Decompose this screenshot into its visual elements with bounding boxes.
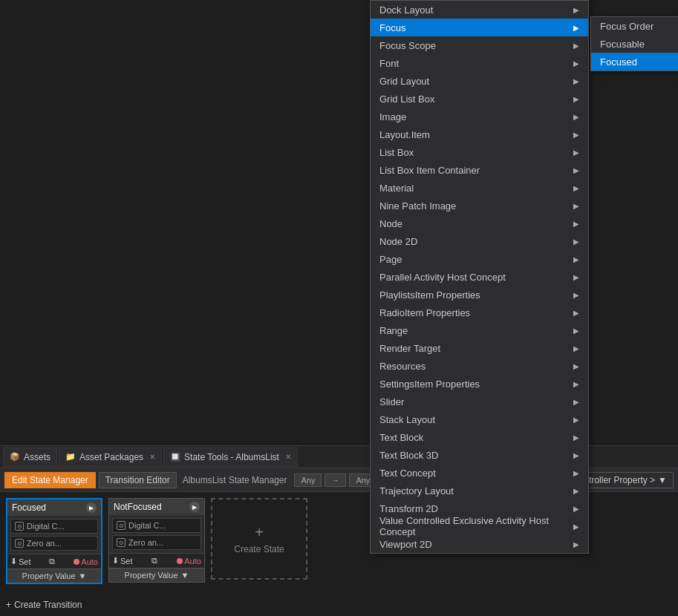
text-block-chevron: ▶ (573, 433, 579, 442)
menu-focus-scope[interactable]: Focus Scope ▶ (371, 36, 588, 54)
menu-font[interactable]: Font ▶ (371, 54, 588, 72)
menu-settings-item[interactable]: SettingsItem Properties ▶ (371, 375, 588, 393)
menu-slider[interactable]: Slider ▶ (371, 393, 588, 410)
close-state-tools-tab[interactable]: ✕ (285, 453, 291, 461)
transition-editor-button[interactable]: Transition Editor (99, 472, 177, 488)
any-from-label: Any (294, 474, 322, 487)
menu-dock-layout[interactable]: Dock Layout ▶ (371, 1, 588, 19)
focused-item-1-label: Digital C... (27, 522, 65, 531)
notfocused-extra-icon: ⧉ (151, 556, 157, 566)
notfocused-item-2-icon: ⊙ (117, 538, 126, 547)
notfocused-prop-value[interactable]: Property Value ▼ (109, 568, 204, 582)
submenu-focus-order[interactable]: Focus Order (591, 17, 678, 35)
notfocused-extra-button[interactable]: ⧉ (151, 556, 157, 566)
menu-node[interactable]: Node ▶ (371, 214, 588, 232)
state-manager-label: AlbumsList State Manager (183, 475, 287, 485)
focused-play-button[interactable]: ▶ (86, 502, 97, 513)
focus-scope-chevron: ▶ (573, 42, 579, 50)
notfocused-prop-value-label: Property Value (125, 571, 178, 580)
focused-item-2-icon: ⊙ (15, 539, 24, 548)
playlists-item-chevron: ▶ (573, 291, 579, 299)
tab-asset-packages[interactable]: 📁 Asset Packages ✕ (59, 448, 162, 467)
notfocused-set-button[interactable]: ⬇ Set (112, 556, 133, 566)
focused-state-card[interactable]: Focused ▶ ⊙ Digital C... ⊙ Zero an... ⬇ … (6, 498, 102, 584)
create-transition-plus: + (6, 600, 11, 610)
layout-item-chevron: ▶ (573, 131, 579, 139)
tab-state-tools[interactable]: 🔲 State Tools - AlbumsList ✕ (163, 448, 298, 467)
menu-image[interactable]: Image ▶ (371, 108, 588, 125)
menu-playlists-item[interactable]: PlaylistsItem Properties ▶ (371, 286, 588, 304)
menu-material[interactable]: Material ▶ (371, 179, 588, 197)
menu-text-concept[interactable]: Text Concept ▶ (371, 464, 588, 482)
menu-node-2d[interactable]: Node 2D ▶ (371, 232, 588, 250)
auto-dot (74, 559, 79, 565)
menu-nine-patch-image[interactable]: Nine Patch Image ▶ (371, 197, 588, 214)
arrow-symbol: → (325, 474, 346, 487)
create-state-box[interactable]: + Create State (211, 498, 307, 580)
menu-value-controlled[interactable]: Value Controlled Exclusive Activity Host… (371, 517, 588, 535)
tab-state-tools-label: State Tools - AlbumsList (184, 452, 279, 462)
packages-icon: 📁 (65, 452, 76, 462)
menu-stack-layout[interactable]: Stack Layout ▶ (371, 410, 588, 428)
menu-page[interactable]: Page ▶ (371, 250, 588, 268)
notfocused-play-button[interactable]: ▶ (189, 502, 200, 512)
menu-text-block[interactable]: Text Block ▶ (371, 428, 588, 446)
focused-prop-value-label: Property Value (22, 571, 76, 580)
focused-card-content: ⊙ Digital C... ⊙ Zero an... (7, 516, 101, 554)
edit-state-manager-button[interactable]: Edit State Manager (4, 472, 96, 488)
transition-editor-label: Transition Editor (105, 475, 170, 485)
menu-focus[interactable]: Focus ▶ (371, 19, 588, 36)
notfocused-auto-badge: Auto (177, 557, 201, 566)
list-box-item-container-chevron: ▶ (573, 166, 579, 174)
context-menu-main: Dock Layout ▶ Focus ▶ Focus Scope ▶ Font… (370, 0, 589, 554)
focused-label: Focused (600, 56, 637, 68)
menu-text-block-3d[interactable]: Text Block 3D ▶ (371, 446, 588, 464)
menu-trajectory-layout[interactable]: Trajectory Layout ▶ (371, 482, 588, 499)
create-transition-label: Create Transition (14, 600, 82, 610)
transform-2d-chevron: ▶ (573, 505, 579, 513)
submenu-focusable[interactable]: Focusable (591, 35, 678, 53)
menu-list-box-item-container[interactable]: List Box Item Container ▶ (371, 161, 588, 179)
menu-resources[interactable]: Resources ▶ (371, 357, 588, 375)
create-state-label: Create State (234, 544, 284, 554)
focused-prop-value[interactable]: Property Value ▼ (7, 569, 101, 583)
focused-extra-button[interactable]: ⧉ (49, 557, 55, 566)
stack-layout-chevron: ▶ (573, 416, 579, 424)
text-concept-chevron: ▶ (573, 469, 579, 477)
focused-set-button[interactable]: ⬇ Set (10, 557, 31, 566)
close-packages-tab[interactable]: ✕ (149, 453, 155, 461)
dock-layout-chevron: ▶ (573, 6, 579, 14)
create-transition-button[interactable]: + Create Transition (6, 600, 82, 610)
focus-submenu: Focus Order Focusable Focused (590, 16, 678, 71)
range-chevron: ▶ (573, 327, 579, 335)
focused-item-1-icon: ⊙ (15, 522, 24, 531)
submenu-focused[interactable]: Focused (591, 53, 678, 71)
notfocused-item-2: ⊙ Zero an... (112, 535, 201, 550)
focused-card-footer: ⬇ Set ⧉ Auto (7, 554, 101, 569)
menu-viewport-2d[interactable]: Viewport 2D ▶ (371, 535, 588, 553)
notfocused-state-card[interactable]: NotFocused ▶ ⊙ Digital C... ⊙ Zero an...… (108, 498, 205, 583)
notfocused-item-1-label: Digital C... (128, 521, 166, 530)
settings-item-chevron: ▶ (573, 380, 579, 388)
menu-parallel-activity[interactable]: Parallel Activity Host Concept ▶ (371, 268, 588, 286)
focusable-label: Focusable (600, 39, 645, 50)
menu-radio-item[interactable]: RadioItem Properties ▶ (371, 304, 588, 321)
focus-chevron: ▶ (573, 24, 579, 32)
create-state-plus-icon: + (255, 524, 264, 541)
image-chevron: ▶ (573, 113, 579, 121)
focused-auto-label: Auto (81, 557, 98, 566)
menu-grid-list-box[interactable]: Grid List Box ▶ (371, 90, 588, 108)
radio-item-chevron: ▶ (573, 309, 579, 317)
menu-range[interactable]: Range ▶ (371, 321, 588, 339)
tab-assets[interactable]: 📦 Assets (3, 448, 57, 467)
focused-extra-icon: ⧉ (49, 557, 55, 566)
notfocused-state-name: NotFocused (114, 502, 162, 512)
node-2d-chevron: ▶ (573, 237, 579, 246)
menu-list-box[interactable]: List Box ▶ (371, 143, 588, 161)
menu-layout-item[interactable]: Layout.Item ▶ (371, 125, 588, 143)
menu-grid-layout[interactable]: Grid Layout ▶ (371, 72, 588, 90)
menu-render-target[interactable]: Render Target ▶ (371, 339, 588, 357)
focused-set-label: Set (19, 557, 31, 566)
focused-item-2-label: Zero an... (27, 539, 62, 548)
nine-patch-image-chevron: ▶ (573, 202, 579, 210)
